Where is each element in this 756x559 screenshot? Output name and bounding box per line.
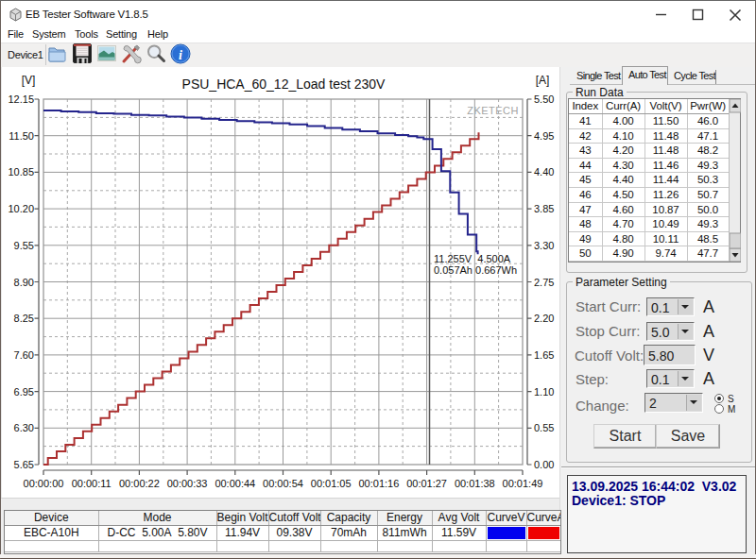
svg-text:00:01:38: 00:01:38 <box>455 478 495 489</box>
svg-text:PSU_HCA_60_12_Load test 230V: PSU_HCA_60_12_Load test 230V <box>182 76 386 92</box>
svg-text:S: S <box>728 394 734 404</box>
svg-text:10.20: 10.20 <box>8 203 34 214</box>
svg-text:ZKETECH: ZKETECH <box>467 105 519 116</box>
svg-text:4.40: 4.40 <box>534 166 554 178</box>
svg-text:00:01:16: 00:01:16 <box>358 478 399 489</box>
svg-text:0.55: 0.55 <box>534 422 554 433</box>
svg-text:0.057Ah 0.667Wh: 0.057Ah 0.667Wh <box>434 264 517 276</box>
svg-text:00:01:05: 00:01:05 <box>311 478 352 489</box>
svg-text:11.255V 4.500A: 11.255V 4.500A <box>434 253 511 264</box>
svg-text:00:00:33: 00:00:33 <box>167 478 208 489</box>
svg-text:12.15: 12.15 <box>8 93 34 105</box>
svg-text:[V]: [V] <box>22 74 36 87</box>
svg-text:[A]: [A] <box>536 74 550 87</box>
svg-text:9.55: 9.55 <box>14 240 34 251</box>
svg-text:i: i <box>179 48 182 62</box>
svg-text:1.10: 1.10 <box>534 386 554 398</box>
svg-text:00:00:22: 00:00:22 <box>119 478 160 489</box>
svg-text:8.90: 8.90 <box>14 277 34 288</box>
svg-text:10.85: 10.85 <box>8 166 34 178</box>
svg-text:M: M <box>728 404 735 415</box>
svg-text:6.95: 6.95 <box>14 386 34 398</box>
svg-text:00:00:54: 00:00:54 <box>263 478 303 489</box>
svg-text:4.95: 4.95 <box>534 130 554 142</box>
svg-text:5.50: 5.50 <box>534 93 554 105</box>
svg-text:00:01:27: 00:01:27 <box>406 478 447 489</box>
svg-text:1.65: 1.65 <box>534 349 554 361</box>
svg-text:00:01:49: 00:01:49 <box>503 478 543 489</box>
svg-text:3.30: 3.30 <box>534 240 554 251</box>
svg-text:0.00: 0.00 <box>534 459 554 470</box>
svg-text:00:00:00: 00:00:00 <box>24 478 64 489</box>
svg-text:2.20: 2.20 <box>534 313 554 324</box>
svg-text:00:00:44: 00:00:44 <box>215 478 255 489</box>
svg-text:2.75: 2.75 <box>534 277 554 288</box>
svg-text:11.50: 11.50 <box>9 130 34 142</box>
svg-text:8.25: 8.25 <box>14 313 34 324</box>
svg-text:00:00:11: 00:00:11 <box>72 478 112 489</box>
svg-text:3.85: 3.85 <box>534 203 554 214</box>
svg-text:7.60: 7.60 <box>14 349 34 361</box>
svg-text:5.65: 5.65 <box>14 459 34 470</box>
svg-text:6.30: 6.30 <box>14 422 34 433</box>
